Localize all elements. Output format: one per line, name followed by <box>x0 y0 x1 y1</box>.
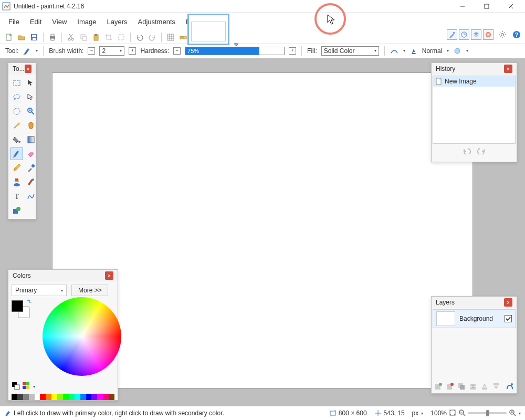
menu-adjustments[interactable]: Adjustments <box>132 15 181 29</box>
ruler-icon[interactable] <box>178 33 188 42</box>
move-selected-pixels-tool[interactable] <box>25 91 37 103</box>
menu-layers[interactable]: Layers <box>101 15 132 29</box>
palette-swatch[interactable] <box>40 394 46 400</box>
pan-tool[interactable] <box>25 119 37 132</box>
antialias-dropdown-icon[interactable]: ▾ <box>403 48 405 53</box>
tools-window-toggle[interactable] <box>447 29 457 40</box>
settings-icon[interactable] <box>497 29 508 40</box>
overwrite-icon[interactable] <box>453 47 461 55</box>
blend-mode-dropdown-icon[interactable]: ▾ <box>447 48 449 53</box>
help-icon[interactable]: ? <box>511 29 522 40</box>
clone-stamp-tool[interactable] <box>10 176 23 188</box>
pencil-tool[interactable] <box>10 162 23 174</box>
maximize-button[interactable] <box>475 0 499 13</box>
cut-icon[interactable] <box>66 33 76 42</box>
zoom-slider[interactable] <box>468 412 507 414</box>
delete-layer-icon[interactable] <box>445 382 455 391</box>
color-palette[interactable] <box>12 394 114 400</box>
history-window-toggle[interactable] <box>459 29 469 40</box>
swap-colors-icon[interactable] <box>26 298 33 304</box>
palette-swatch[interactable] <box>12 394 17 400</box>
blend-mode-icon[interactable] <box>410 47 418 55</box>
palette-swatch[interactable] <box>86 394 92 400</box>
duplicate-layer-icon[interactable] <box>457 382 466 391</box>
move-layer-down-icon[interactable] <box>491 382 501 391</box>
print-icon[interactable] <box>48 33 57 42</box>
zoom-fit-icon[interactable] <box>449 409 456 418</box>
layer-visibility-checkbox[interactable] <box>505 315 512 322</box>
active-tool-icon[interactable] <box>23 47 31 55</box>
history-undo-icon[interactable] <box>462 147 471 156</box>
hardness-slider[interactable]: 75% <box>185 47 285 55</box>
palette-swatch[interactable] <box>75 394 80 400</box>
line-tool[interactable] <box>25 190 37 203</box>
zoom-dropdown-icon[interactable]: ▾ <box>519 411 521 416</box>
palette-swatch[interactable] <box>29 394 35 400</box>
palette-swatch[interactable] <box>63 394 69 400</box>
overwrite-dropdown-icon[interactable]: ▾ <box>466 48 468 53</box>
deselect-icon[interactable] <box>117 33 126 42</box>
colors-window-toggle[interactable] <box>483 29 494 40</box>
palette-swatch[interactable] <box>23 394 29 400</box>
grid-icon[interactable] <box>166 33 175 42</box>
undo-icon[interactable] <box>135 33 144 42</box>
paintbrush-tool[interactable] <box>10 148 23 160</box>
zoom-tool[interactable] <box>25 105 37 118</box>
move-layer-up-icon[interactable] <box>480 382 489 391</box>
fill-select[interactable]: Solid Color▾ <box>321 46 379 56</box>
palette-swatch[interactable] <box>51 394 57 400</box>
history-item[interactable]: New Image <box>433 76 515 87</box>
gradient-tool[interactable] <box>25 133 37 146</box>
ellipse-select-tool[interactable] <box>10 105 23 118</box>
open-file-icon[interactable] <box>17 33 26 42</box>
paste-icon[interactable] <box>91 33 101 42</box>
color-picker-tool[interactable] <box>25 162 37 174</box>
antialias-icon[interactable] <box>390 47 398 55</box>
color-mode-select[interactable]: Primary▾ <box>12 285 67 296</box>
eraser-tool[interactable] <box>25 148 37 160</box>
history-panel-close-icon[interactable]: × <box>504 65 512 73</box>
colors-panel-close-icon[interactable]: × <box>105 271 113 280</box>
save-icon[interactable] <box>29 33 39 42</box>
menu-edit[interactable]: Edit <box>25 15 47 29</box>
palette-swatch[interactable] <box>91 394 97 400</box>
palette-swatch[interactable] <box>17 394 23 400</box>
brush-width-increase-button[interactable]: + <box>129 47 136 55</box>
layers-panel-close-icon[interactable]: × <box>504 298 512 307</box>
move-selection-tool[interactable] <box>25 77 37 89</box>
paint-bucket-tool[interactable] <box>10 133 23 146</box>
palette-options-icon[interactable] <box>22 382 30 392</box>
tools-panel-close-icon[interactable]: × <box>25 65 32 73</box>
zoom-out-icon[interactable] <box>458 409 466 418</box>
brush-width-decrease-button[interactable]: − <box>88 47 95 55</box>
menu-view[interactable]: View <box>47 15 72 29</box>
layer-properties-icon[interactable] <box>505 382 514 391</box>
tool-dropdown-icon[interactable]: ▾ <box>36 48 38 53</box>
color-wheel[interactable] <box>43 297 121 376</box>
close-button[interactable] <box>499 0 523 13</box>
redo-icon[interactable] <box>148 33 157 42</box>
menu-image[interactable]: Image <box>72 15 101 29</box>
palette-swatch[interactable] <box>35 394 40 400</box>
layers-window-toggle[interactable] <box>471 29 481 40</box>
merge-layer-icon[interactable] <box>468 382 478 391</box>
palette-swatch[interactable] <box>97 394 103 400</box>
palette-swatch[interactable] <box>103 394 109 400</box>
palette-swatch[interactable] <box>69 394 75 400</box>
zoom-in-icon[interactable] <box>509 409 516 418</box>
minimize-button[interactable] <box>450 0 475 13</box>
crop-icon[interactable] <box>104 33 113 42</box>
primary-color-swatch[interactable] <box>12 300 23 312</box>
new-file-icon[interactable] <box>4 33 14 42</box>
palette-swatch[interactable] <box>46 394 51 400</box>
reset-colors-icon[interactable] <box>12 382 20 392</box>
colors-more-button[interactable]: More >> <box>71 285 108 296</box>
text-tool[interactable]: T <box>10 190 23 203</box>
magic-wand-tool[interactable] <box>10 119 23 132</box>
palette-swatch[interactable] <box>80 394 86 400</box>
hardness-increase-button[interactable]: + <box>289 47 296 55</box>
layer-row[interactable]: Background <box>433 309 516 328</box>
palette-swatch[interactable] <box>109 394 114 400</box>
add-layer-icon[interactable] <box>434 382 443 391</box>
brush-width-select[interactable]: 2▾ <box>99 46 124 56</box>
